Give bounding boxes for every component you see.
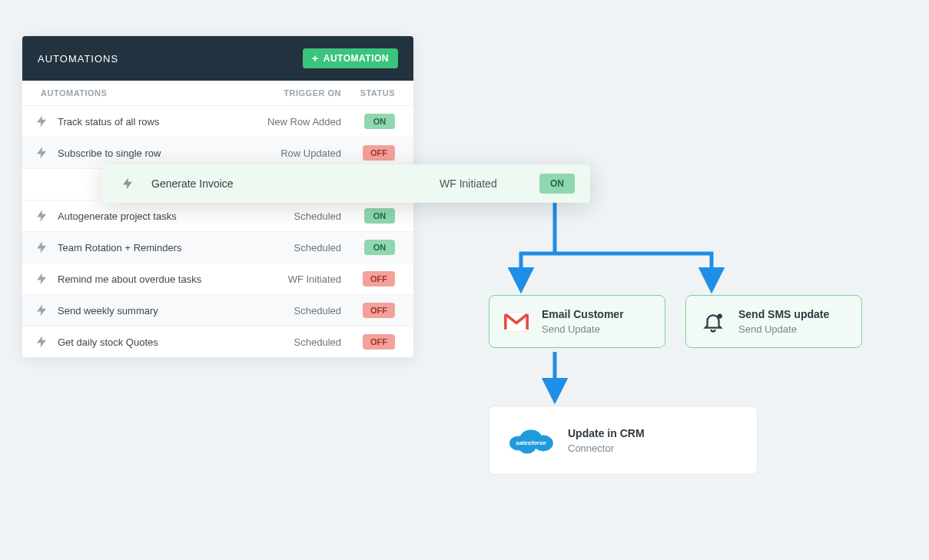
row-trigger: Scheduled [241, 242, 341, 253]
svg-text:salesforce: salesforce [516, 439, 546, 446]
row-name: Team Rotation + Reminders [58, 242, 241, 253]
row-status: OFF [341, 334, 395, 350]
highlight-name: Generate Invoice [151, 177, 440, 190]
status-badge[interactable]: OFF [363, 271, 395, 287]
automation-row[interactable]: Track status of all rows New Row Added O… [22, 105, 413, 137]
row-name: Remind me about overdue tasks [58, 273, 241, 285]
add-automation-label: AUTOMATION [323, 53, 389, 64]
workflow-card-crm[interactable]: salesforce Update in CRM Connector [489, 406, 758, 475]
col-header-trigger: TRIGGER ON [241, 88, 341, 98]
highlight-trigger: WF Initiated [440, 177, 539, 190]
salesforce-icon: salesforce [506, 423, 556, 457]
bolt-icon [35, 335, 48, 349]
row-trigger: Row Updated [241, 147, 341, 159]
bolt-icon [35, 272, 48, 286]
bolt-icon [35, 114, 48, 128]
row-trigger: Scheduled [241, 336, 341, 348]
automation-row[interactable]: Get daily stock Quotes Scheduled OFF [22, 326, 413, 357]
row-trigger: Scheduled [241, 305, 341, 316]
highlight-status: ON [539, 174, 575, 194]
card-subtitle: Connector [568, 442, 645, 454]
row-status: OFF [341, 271, 395, 287]
bell-icon [700, 309, 726, 335]
row-status: OFF [341, 303, 395, 318]
bolt-icon [35, 209, 48, 223]
automation-row[interactable]: Team Rotation + Reminders Scheduled ON [22, 231, 413, 263]
automation-row[interactable]: Autogenerate project tasks Scheduled ON [22, 200, 413, 231]
row-name: Autogenerate project tasks [58, 210, 241, 222]
row-status: ON [341, 208, 395, 224]
svg-point-6 [718, 313, 722, 318]
row-name: Get daily stock Quotes [58, 336, 241, 348]
row-name: Track status of all rows [58, 116, 241, 128]
row-trigger: Scheduled [241, 210, 341, 222]
row-status: ON [341, 240, 395, 255]
status-badge[interactable]: OFF [363, 303, 395, 318]
row-status: OFF [341, 145, 395, 161]
card-subtitle: Send Update [738, 323, 829, 335]
workflow-card-sms[interactable]: Send SMS update Send Update [685, 295, 862, 348]
col-header-status: STATUS [341, 88, 395, 98]
add-automation-button[interactable]: + AUTOMATION [303, 48, 398, 68]
status-badge[interactable]: ON [364, 240, 395, 255]
workflow-card-email[interactable]: Email Customer Send Update [489, 295, 665, 348]
bolt-icon [35, 303, 48, 317]
plus-icon: + [312, 53, 319, 64]
automation-row[interactable]: Remind me about overdue tasks WF Initiat… [22, 263, 413, 294]
automation-row[interactable]: Subscribe to single row Row Updated OFF [22, 137, 413, 168]
automation-row[interactable]: Send weekly summary Scheduled OFF [22, 294, 413, 326]
panel-title: AUTOMATIONS [38, 53, 118, 65]
status-badge[interactable]: OFF [363, 145, 395, 161]
status-badge[interactable]: ON [539, 174, 575, 194]
card-subtitle: Send Update [542, 323, 624, 335]
status-badge[interactable]: OFF [363, 334, 395, 350]
card-title: Update in CRM [568, 427, 645, 439]
gmail-icon [503, 309, 529, 335]
status-badge[interactable]: ON [364, 114, 395, 129]
row-trigger: New Row Added [241, 116, 341, 128]
highlighted-automation-row[interactable]: Generate Invoice WF Initiated ON [102, 164, 590, 203]
col-header-name: AUTOMATIONS [41, 88, 241, 98]
bolt-icon [35, 146, 48, 160]
card-title: Email Customer [542, 308, 624, 320]
card-title: Send SMS update [738, 308, 829, 320]
row-name: Subscribe to single row [58, 147, 241, 159]
column-headers: AUTOMATIONS TRIGGER ON STATUS [22, 81, 413, 105]
row-name: Send weekly summary [58, 305, 241, 316]
row-trigger: WF Initiated [241, 273, 341, 285]
bolt-icon [35, 240, 48, 254]
status-badge[interactable]: ON [364, 208, 395, 224]
bolt-icon [121, 177, 134, 191]
panel-header: AUTOMATIONS + AUTOMATION [22, 36, 413, 81]
row-status: ON [341, 114, 395, 129]
